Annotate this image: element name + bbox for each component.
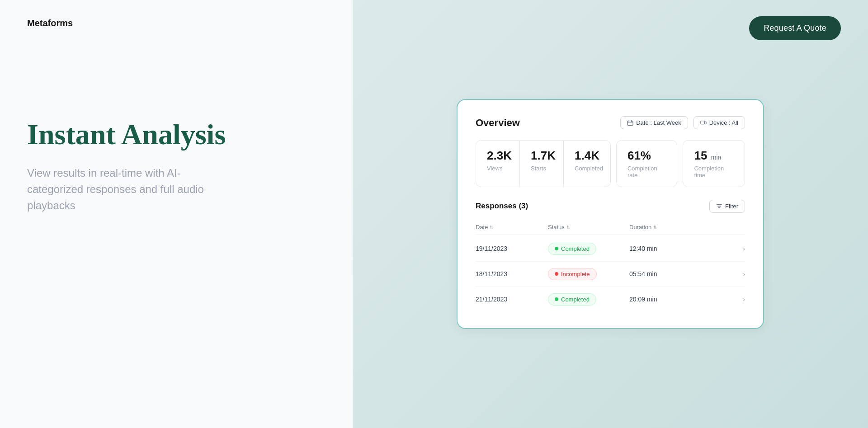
request-quote-button[interactable]: Request A Quote xyxy=(749,16,841,40)
row-date-1: 19/11/2023 xyxy=(476,245,548,252)
completion-time-value-row: 15 min xyxy=(694,149,734,163)
sort-icon-duration: ⇅ xyxy=(653,225,657,230)
row-status-3: Completed xyxy=(548,293,629,306)
stat-completed: 1.4K Completed xyxy=(564,141,610,186)
completion-time-label: Completion time xyxy=(694,165,734,179)
overview-title: Overview xyxy=(476,117,520,129)
completion-rate-label: Completion rate xyxy=(627,165,666,179)
completed-label: Completed xyxy=(575,165,599,172)
row-chevron-2: › xyxy=(731,270,745,277)
date-filter-button[interactable]: Date : Last Week xyxy=(620,116,688,129)
table-row[interactable]: 21/11/2023 Completed 20:09 min › xyxy=(476,287,745,312)
views-value: 2.3K xyxy=(487,149,509,163)
sub-text: View results in real-time with AI-catego… xyxy=(27,165,226,214)
responses-section: Responses (3) Filter Date ⇅ Status ⇅ xyxy=(476,200,745,312)
filter-icon xyxy=(716,203,722,209)
hero-content: Instant Analysis View results in real-ti… xyxy=(27,119,326,214)
header-filters: Date : Last Week Device : All xyxy=(620,116,745,129)
dashboard-card: Overview Date : Last Week Device : Al xyxy=(457,99,764,329)
status-badge-incomplete-2: Incomplete xyxy=(548,268,597,280)
status-badge-completed-1: Completed xyxy=(548,243,596,255)
stat-starts: 1.7K Starts xyxy=(520,141,564,186)
status-dot-red-2 xyxy=(555,272,558,276)
filter-button[interactable]: Filter xyxy=(709,200,745,213)
stats-row: 2.3K Views 1.7K Starts 1.4K Completed 61… xyxy=(476,140,745,187)
device-filter-label: Device : All xyxy=(709,119,738,126)
device-filter-button[interactable]: Device : All xyxy=(693,116,745,129)
stat-group-main: 2.3K Views 1.7K Starts 1.4K Completed xyxy=(476,140,611,187)
views-label: Views xyxy=(487,165,509,172)
row-chevron-3: › xyxy=(731,296,745,303)
stat-completion-time: 15 min Completion time xyxy=(683,140,745,187)
row-duration-2: 05:54 min xyxy=(629,270,731,277)
responses-header: Responses (3) Filter xyxy=(476,200,745,213)
row-date-3: 21/11/2023 xyxy=(476,296,548,303)
responses-title: Responses (3) xyxy=(476,202,528,211)
stat-completion-rate: 61% Completion rate xyxy=(616,140,678,187)
col-date: Date ⇅ xyxy=(476,224,548,230)
status-badge-completed-3: Completed xyxy=(548,293,596,306)
device-icon xyxy=(700,120,707,126)
calendar-icon xyxy=(627,120,633,126)
row-status-2: Incomplete xyxy=(548,268,629,280)
stat-views: 2.3K Views xyxy=(476,141,520,186)
row-chevron-1: › xyxy=(731,245,745,252)
row-date-2: 18/11/2023 xyxy=(476,270,548,277)
right-panel: Request A Quote Overview Date : Last Wee… xyxy=(353,0,868,428)
svg-rect-1 xyxy=(701,121,705,124)
completed-value: 1.4K xyxy=(575,149,599,163)
sort-icon-date: ⇅ xyxy=(490,225,493,230)
main-heading: Instant Analysis xyxy=(27,119,326,151)
col-duration: Duration ⇅ xyxy=(629,224,731,230)
brand-logo: Metaforms xyxy=(27,0,326,28)
date-filter-label: Date : Last Week xyxy=(636,119,681,126)
table-row[interactable]: 19/11/2023 Completed 12:40 min › xyxy=(476,236,745,262)
card-header: Overview Date : Last Week Device : Al xyxy=(476,116,745,129)
sort-icon-status: ⇅ xyxy=(566,225,570,230)
row-duration-3: 20:09 min xyxy=(629,296,731,303)
table-row[interactable]: 18/11/2023 Incomplete 05:54 min › xyxy=(476,262,745,287)
starts-value: 1.7K xyxy=(531,149,552,163)
starts-label: Starts xyxy=(531,165,552,172)
svg-rect-0 xyxy=(627,121,633,126)
row-status-1: Completed xyxy=(548,243,629,255)
left-panel: Metaforms Instant Analysis View results … xyxy=(0,0,353,428)
svg-rect-2 xyxy=(705,122,706,124)
row-duration-1: 12:40 min xyxy=(629,245,731,252)
completion-time-value: 15 xyxy=(694,149,707,162)
completion-rate-value: 61% xyxy=(627,149,666,163)
completion-time-unit: min xyxy=(711,154,722,161)
status-dot-green-3 xyxy=(555,297,558,301)
status-dot-green-1 xyxy=(555,247,558,250)
filter-label: Filter xyxy=(725,203,738,210)
table-header: Date ⇅ Status ⇅ Duration ⇅ xyxy=(476,220,745,235)
col-status: Status ⇅ xyxy=(548,224,629,230)
